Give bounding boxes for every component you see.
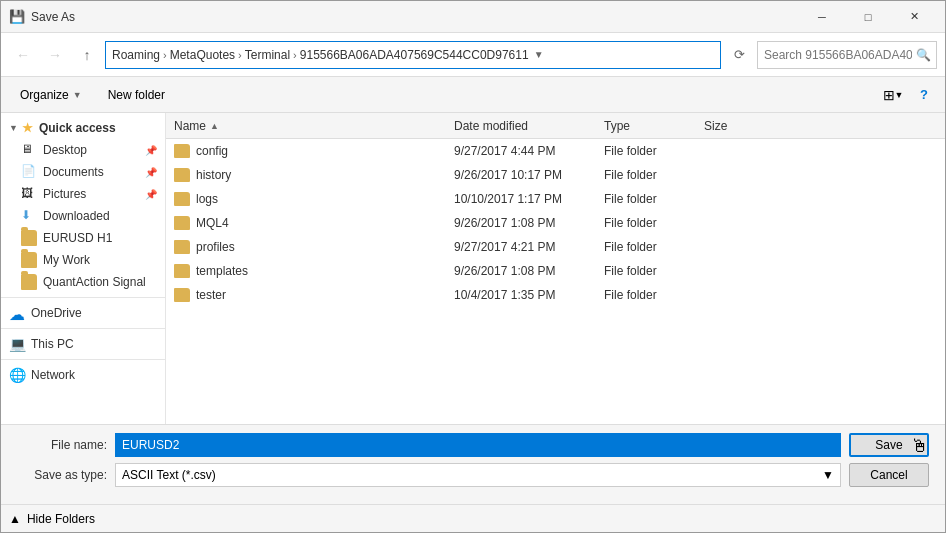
col-header-size[interactable]: Size: [704, 119, 784, 133]
view-icon: ⊞: [883, 87, 895, 103]
title-icon: 💾: [9, 9, 25, 25]
organize-label: Organize: [20, 88, 69, 102]
close-button[interactable]: ✕: [891, 1, 937, 33]
path-dropdown-arrow[interactable]: ▼: [529, 41, 549, 69]
file-list-header: Name ▲ Date modified Type Size: [166, 113, 945, 139]
row-type: File folder: [604, 192, 704, 206]
maximize-button[interactable]: □: [845, 1, 891, 33]
address-path[interactable]: Roaming › MetaQuotes › Terminal › 915566…: [105, 41, 721, 69]
row-type: File folder: [604, 144, 704, 158]
col-header-name[interactable]: Name ▲: [174, 119, 454, 133]
quick-access-label: Quick access: [39, 121, 116, 135]
file-row[interactable]: profiles 9/27/2017 4:21 PM File folder: [166, 235, 945, 259]
row-name-text: tester: [196, 288, 226, 302]
sidebar-item-eurusd[interactable]: EURUSD H1: [1, 227, 165, 249]
sidebar-label-pictures: Pictures: [43, 187, 86, 201]
title-bar: 💾 Save As ─ □ ✕: [1, 1, 945, 33]
saveastype-select[interactable]: ASCII Text (*.csv) ▼: [115, 463, 841, 487]
save-label: Save: [875, 438, 902, 452]
view-button[interactable]: ⊞ ▼: [877, 82, 909, 108]
sidebar-label-mywork: My Work: [43, 253, 90, 267]
sidebar-item-onedrive[interactable]: ☁ OneDrive: [1, 302, 165, 324]
save-button[interactable]: Save 🖱: [849, 433, 929, 457]
row-date: 10/10/2017 1:17 PM: [454, 192, 604, 206]
search-input[interactable]: [757, 41, 937, 69]
thispc-icon: 💻: [9, 336, 25, 352]
refresh-button[interactable]: ⟳: [725, 41, 753, 69]
saveastype-value: ASCII Text (*.csv): [122, 468, 216, 482]
sidebar-label-downloaded: Downloaded: [43, 209, 110, 223]
sidebar-item-mywork[interactable]: My Work: [1, 249, 165, 271]
sidebar-label-documents: Documents: [43, 165, 104, 179]
sidebar-item-thispc[interactable]: 💻 This PC: [1, 333, 165, 355]
forward-button[interactable]: →: [41, 41, 69, 69]
file-area: Name ▲ Date modified Type Size config: [166, 113, 945, 424]
sidebar-item-network[interactable]: 🌐 Network: [1, 364, 165, 386]
file-row[interactable]: tester 10/4/2017 1:35 PM File folder: [166, 283, 945, 307]
row-name: MQL4: [174, 216, 454, 230]
row-name-text: logs: [196, 192, 218, 206]
organize-chevron-icon: ▼: [73, 90, 82, 100]
folder-icon: [174, 240, 190, 254]
back-button[interactable]: ←: [9, 41, 37, 69]
quick-access-chevron-icon: ▼: [9, 123, 18, 133]
cancel-button[interactable]: Cancel: [849, 463, 929, 487]
hide-folders-bar[interactable]: ▲ Hide Folders: [1, 504, 945, 532]
row-date: 9/26/2017 10:17 PM: [454, 168, 604, 182]
mywork-folder-icon: [21, 252, 37, 268]
sidebar-label-quantaction: QuantAction Signal: [43, 275, 146, 289]
sidebar-item-quantaction[interactable]: QuantAction Signal: [1, 271, 165, 293]
row-date: 9/26/2017 1:08 PM: [454, 264, 604, 278]
file-row[interactable]: templates 9/26/2017 1:08 PM File folder: [166, 259, 945, 283]
col-header-date[interactable]: Date modified: [454, 119, 604, 133]
sidebar-divider-1: [1, 297, 165, 298]
row-name: logs: [174, 192, 454, 206]
path-inner: Roaming › MetaQuotes › Terminal › 915566…: [112, 48, 529, 62]
bottom-bar: File name: Save 🖱 Save as type: ASCII Te…: [1, 424, 945, 504]
row-name: history: [174, 168, 454, 182]
file-list: config 9/27/2017 4:44 PM File folder his…: [166, 139, 945, 424]
cancel-label: Cancel: [870, 468, 907, 482]
pin-icon-desktop: 📌: [145, 145, 157, 156]
sidebar-item-documents[interactable]: 📄 Documents 📌: [1, 161, 165, 183]
hide-folders-label: Hide Folders: [27, 512, 95, 526]
filename-row: File name: Save 🖱: [17, 433, 929, 457]
folder-icon: [174, 192, 190, 206]
row-type: File folder: [604, 288, 704, 302]
hide-folders-chevron-icon: ▲: [9, 512, 21, 526]
sidebar-item-pictures[interactable]: 🖼 Pictures 📌: [1, 183, 165, 205]
row-name-text: history: [196, 168, 231, 182]
filename-input[interactable]: [115, 433, 841, 457]
sidebar-item-downloaded[interactable]: ⬇ Downloaded: [1, 205, 165, 227]
saveastype-row: Save as type: ASCII Text (*.csv) ▼ Cance…: [17, 463, 929, 487]
save-as-dialog: 💾 Save As ─ □ ✕ ← → ↑ Roaming › MetaQuot…: [0, 0, 946, 533]
sidebar-label-thispc: This PC: [31, 337, 74, 351]
pin-icon-pictures: 📌: [145, 189, 157, 200]
col-header-type[interactable]: Type: [604, 119, 704, 133]
folder-icon: [174, 168, 190, 182]
path-part-terminal: Terminal: [245, 48, 290, 62]
up-button[interactable]: ↑: [73, 41, 101, 69]
onedrive-icon: ☁: [9, 305, 25, 321]
file-row[interactable]: logs 10/10/2017 1:17 PM File folder: [166, 187, 945, 211]
new-folder-label: New folder: [108, 88, 165, 102]
row-name: profiles: [174, 240, 454, 254]
help-button[interactable]: ?: [911, 82, 937, 108]
sidebar-divider-3: [1, 359, 165, 360]
path-part-metaquotes: MetaQuotes: [170, 48, 235, 62]
organize-button[interactable]: Organize ▼: [9, 82, 93, 108]
sidebar-label-network: Network: [31, 368, 75, 382]
file-row[interactable]: history 9/26/2017 10:17 PM File folder: [166, 163, 945, 187]
row-date: 9/27/2017 4:21 PM: [454, 240, 604, 254]
sidebar-item-desktop[interactable]: 🖥 Desktop 📌: [1, 139, 165, 161]
quick-access-header[interactable]: ▼ ★ Quick access: [1, 117, 165, 139]
quantaction-folder-icon: [21, 274, 37, 290]
file-row[interactable]: config 9/27/2017 4:44 PM File folder: [166, 139, 945, 163]
row-date: 10/4/2017 1:35 PM: [454, 288, 604, 302]
desktop-icon: 🖥: [21, 142, 37, 158]
path-part-guid: 915566BA06ADA407569C544CC0D97611: [300, 48, 529, 62]
downloaded-icon: ⬇: [21, 208, 37, 224]
file-row[interactable]: MQL4 9/26/2017 1:08 PM File folder: [166, 211, 945, 235]
new-folder-button[interactable]: New folder: [97, 82, 176, 108]
minimize-button[interactable]: ─: [799, 1, 845, 33]
